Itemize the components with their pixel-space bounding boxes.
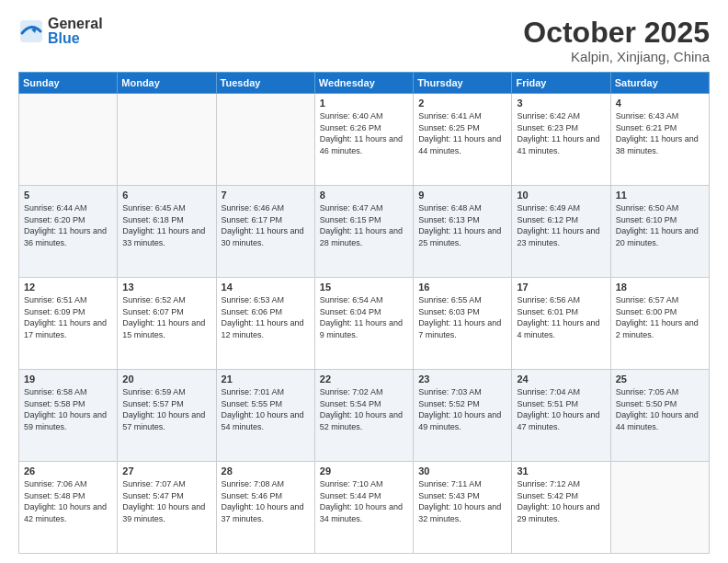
day-number: 12 — [24, 282, 112, 293]
table-row: 28Sunrise: 7:08 AM Sunset: 5:46 PM Dayli… — [216, 462, 314, 554]
table-row: 6Sunrise: 6:45 AM Sunset: 6:18 PM Daylig… — [118, 186, 216, 278]
day-info: Sunrise: 6:50 AM Sunset: 6:10 PM Dayligh… — [616, 202, 704, 248]
day-number: 23 — [418, 373, 506, 385]
day-number: 21 — [222, 373, 310, 385]
day-info: Sunrise: 6:56 AM Sunset: 6:01 PM Dayligh… — [517, 294, 605, 340]
day-info: Sunrise: 6:57 AM Sunset: 6:00 PM Dayligh… — [616, 294, 704, 340]
calendar-week-3: 12Sunrise: 6:51 AM Sunset: 6:09 PM Dayli… — [19, 278, 710, 370]
table-row — [19, 94, 118, 186]
table-row: 8Sunrise: 6:47 AM Sunset: 6:15 PM Daylig… — [314, 186, 413, 278]
header-saturday: Saturday — [610, 73, 709, 94]
day-info: Sunrise: 7:07 AM Sunset: 5:47 PM Dayligh… — [122, 478, 210, 524]
day-number: 10 — [517, 190, 605, 201]
header-thursday: Thursday — [414, 73, 512, 94]
day-info: Sunrise: 6:51 AM Sunset: 6:09 PM Dayligh… — [24, 294, 112, 340]
table-row: 5Sunrise: 6:44 AM Sunset: 6:20 PM Daylig… — [19, 186, 118, 278]
table-row: 24Sunrise: 7:04 AM Sunset: 5:51 PM Dayli… — [512, 370, 610, 462]
day-number: 7 — [222, 190, 310, 201]
day-number: 8 — [320, 190, 408, 201]
table-row: 16Sunrise: 6:55 AM Sunset: 6:03 PM Dayli… — [414, 278, 512, 370]
day-number: 5 — [24, 190, 112, 201]
header-wednesday: Wednesday — [314, 73, 413, 94]
day-number: 20 — [122, 373, 210, 385]
logo-text: General Blue — [48, 17, 103, 46]
day-number: 1 — [320, 98, 408, 109]
day-number: 11 — [616, 190, 704, 201]
day-number: 4 — [616, 98, 704, 109]
day-number: 3 — [517, 98, 605, 109]
day-info: Sunrise: 6:40 AM Sunset: 6:26 PM Dayligh… — [320, 110, 408, 156]
table-row: 19Sunrise: 6:58 AM Sunset: 5:58 PM Dayli… — [19, 370, 118, 462]
day-info: Sunrise: 7:03 AM Sunset: 5:52 PM Dayligh… — [418, 386, 506, 432]
table-row: 31Sunrise: 7:12 AM Sunset: 5:42 PM Dayli… — [512, 462, 610, 554]
location: Kalpin, Xinjiang, China — [523, 49, 710, 64]
table-row: 9Sunrise: 6:48 AM Sunset: 6:13 PM Daylig… — [414, 186, 512, 278]
table-row: 17Sunrise: 6:56 AM Sunset: 6:01 PM Dayli… — [512, 278, 610, 370]
table-row: 15Sunrise: 6:54 AM Sunset: 6:04 PM Dayli… — [314, 278, 413, 370]
table-row: 21Sunrise: 7:01 AM Sunset: 5:55 PM Dayli… — [216, 370, 314, 462]
header-tuesday: Tuesday — [216, 73, 314, 94]
day-info: Sunrise: 6:54 AM Sunset: 6:04 PM Dayligh… — [320, 294, 408, 340]
table-row — [216, 94, 314, 186]
calendar-table: Sunday Monday Tuesday Wednesday Thursday… — [18, 72, 710, 554]
day-info: Sunrise: 6:52 AM Sunset: 6:07 PM Dayligh… — [122, 294, 210, 340]
day-number: 22 — [320, 373, 408, 385]
table-row: 4Sunrise: 6:43 AM Sunset: 6:21 PM Daylig… — [610, 94, 709, 186]
day-info: Sunrise: 7:01 AM Sunset: 5:55 PM Dayligh… — [222, 386, 310, 432]
day-info: Sunrise: 6:43 AM Sunset: 6:21 PM Dayligh… — [616, 110, 704, 156]
day-info: Sunrise: 7:04 AM Sunset: 5:51 PM Dayligh… — [517, 386, 605, 432]
day-info: Sunrise: 7:05 AM Sunset: 5:50 PM Dayligh… — [616, 386, 704, 432]
day-info: Sunrise: 7:11 AM Sunset: 5:43 PM Dayligh… — [418, 478, 506, 524]
day-info: Sunrise: 6:48 AM Sunset: 6:13 PM Dayligh… — [418, 202, 506, 248]
logo: General Blue — [18, 17, 103, 46]
table-row: 2Sunrise: 6:41 AM Sunset: 6:25 PM Daylig… — [414, 94, 512, 186]
day-info: Sunrise: 7:02 AM Sunset: 5:54 PM Dayligh… — [320, 386, 408, 432]
day-info: Sunrise: 6:59 AM Sunset: 5:57 PM Dayligh… — [122, 386, 210, 432]
day-info: Sunrise: 7:06 AM Sunset: 5:48 PM Dayligh… — [24, 478, 112, 524]
day-info: Sunrise: 7:08 AM Sunset: 5:46 PM Dayligh… — [222, 478, 310, 524]
table-row: 23Sunrise: 7:03 AM Sunset: 5:52 PM Dayli… — [414, 370, 512, 462]
table-row: 7Sunrise: 6:46 AM Sunset: 6:17 PM Daylig… — [216, 186, 314, 278]
table-row: 12Sunrise: 6:51 AM Sunset: 6:09 PM Dayli… — [19, 278, 118, 370]
day-info: Sunrise: 6:41 AM Sunset: 6:25 PM Dayligh… — [418, 110, 506, 156]
calendar-week-4: 19Sunrise: 6:58 AM Sunset: 5:58 PM Dayli… — [19, 370, 710, 462]
table-row: 14Sunrise: 6:53 AM Sunset: 6:06 PM Dayli… — [216, 278, 314, 370]
table-row: 30Sunrise: 7:11 AM Sunset: 5:43 PM Dayli… — [414, 462, 512, 554]
month-title: October 2025 — [523, 17, 710, 49]
day-number: 16 — [418, 282, 506, 293]
day-number: 30 — [418, 465, 506, 477]
day-number: 24 — [517, 373, 605, 385]
table-row: 20Sunrise: 6:59 AM Sunset: 5:57 PM Dayli… — [118, 370, 216, 462]
table-row: 11Sunrise: 6:50 AM Sunset: 6:10 PM Dayli… — [610, 186, 709, 278]
logo-blue-text: Blue — [48, 31, 103, 46]
day-number: 28 — [222, 465, 310, 477]
day-number: 19 — [24, 373, 112, 385]
day-info: Sunrise: 6:53 AM Sunset: 6:06 PM Dayligh… — [222, 294, 310, 340]
day-number: 6 — [122, 190, 210, 201]
calendar-week-2: 5Sunrise: 6:44 AM Sunset: 6:20 PM Daylig… — [19, 186, 710, 278]
table-row: 29Sunrise: 7:10 AM Sunset: 5:44 PM Dayli… — [314, 462, 413, 554]
header-monday: Monday — [118, 73, 216, 94]
header-sunday: Sunday — [19, 73, 118, 94]
table-row: 10Sunrise: 6:49 AM Sunset: 6:12 PM Dayli… — [512, 186, 610, 278]
table-row: 27Sunrise: 7:07 AM Sunset: 5:47 PM Dayli… — [118, 462, 216, 554]
day-info: Sunrise: 6:42 AM Sunset: 6:23 PM Dayligh… — [517, 110, 605, 156]
day-info: Sunrise: 7:12 AM Sunset: 5:42 PM Dayligh… — [517, 478, 605, 524]
day-info: Sunrise: 6:46 AM Sunset: 6:17 PM Dayligh… — [222, 202, 310, 248]
calendar-week-5: 26Sunrise: 7:06 AM Sunset: 5:48 PM Dayli… — [19, 462, 710, 554]
calendar-week-1: 1Sunrise: 6:40 AM Sunset: 6:26 PM Daylig… — [19, 94, 710, 186]
page: General Blue October 2025 Kalpin, Xinjia… — [0, 0, 728, 563]
day-info: Sunrise: 6:44 AM Sunset: 6:20 PM Dayligh… — [24, 202, 112, 248]
table-row: 25Sunrise: 7:05 AM Sunset: 5:50 PM Dayli… — [610, 370, 709, 462]
header: General Blue October 2025 Kalpin, Xinjia… — [18, 17, 710, 64]
day-number: 14 — [222, 282, 310, 293]
day-number: 17 — [517, 282, 605, 293]
day-info: Sunrise: 6:58 AM Sunset: 5:58 PM Dayligh… — [24, 386, 112, 432]
day-number: 29 — [320, 465, 408, 477]
title-block: October 2025 Kalpin, Xinjiang, China — [523, 17, 710, 64]
day-info: Sunrise: 6:45 AM Sunset: 6:18 PM Dayligh… — [122, 202, 210, 248]
day-number: 13 — [122, 282, 210, 293]
day-info: Sunrise: 6:49 AM Sunset: 6:12 PM Dayligh… — [517, 202, 605, 248]
day-number: 26 — [24, 465, 112, 477]
day-number: 15 — [320, 282, 408, 293]
